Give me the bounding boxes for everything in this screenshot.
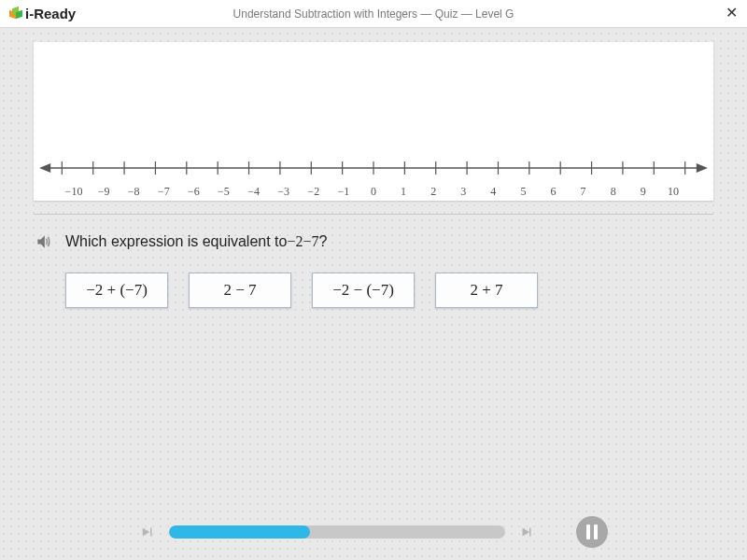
number-line-tick-label: 5 bbox=[509, 185, 537, 199]
number-line-tick-label: 10 bbox=[659, 185, 687, 199]
speaker-icon bbox=[35, 232, 53, 251]
answer-choice-a[interactable]: −2 + (−7) bbox=[65, 273, 168, 308]
number-line-tick-label: 0 bbox=[359, 185, 388, 199]
number-line-tick-label: −6 bbox=[179, 185, 207, 199]
number-line-card: −10−9−8−7−6−5−4−3−2−1012345678910 bbox=[34, 42, 713, 201]
number-line-tick-label: −7 bbox=[149, 185, 177, 199]
question-expression: −2−7 bbox=[287, 233, 318, 249]
divider bbox=[34, 214, 713, 215]
close-button[interactable]: ✕ bbox=[726, 6, 738, 21]
question-suffix: ? bbox=[319, 233, 328, 249]
number-line-tick-label: −9 bbox=[90, 185, 118, 199]
footer-bar bbox=[0, 504, 747, 560]
number-line-tick-label: −8 bbox=[120, 185, 148, 199]
brand-logo: i-Ready bbox=[9, 6, 76, 21]
answer-choice-c[interactable]: −2 − (−7) bbox=[312, 273, 415, 308]
answer-choice-d[interactable]: 2 + 7 bbox=[435, 273, 538, 308]
audio-button[interactable] bbox=[34, 231, 54, 252]
number-line-labels: −10−9−8−7−6−5−4−3−2−1012345678910 bbox=[34, 185, 713, 199]
number-line-tick-label: −5 bbox=[209, 185, 237, 199]
number-line-tick-label: −10 bbox=[60, 185, 88, 199]
answer-choice-b[interactable]: 2 − 7 bbox=[189, 273, 291, 308]
content-stage: −10−9−8−7−6−5−4−3−2−1012345678910 Which … bbox=[34, 42, 713, 308]
number-line-tick-label: −1 bbox=[330, 185, 358, 199]
number-line-tick-label: 6 bbox=[540, 185, 568, 199]
header-bar: i-Ready Understand Subtraction with Inte… bbox=[0, 0, 747, 28]
brand-text: i-Ready bbox=[25, 6, 76, 21]
number-line-tick-label: 7 bbox=[570, 185, 598, 199]
answer-choices: −2 + (−7) 2 − 7 −2 − (−7) 2 + 7 bbox=[65, 273, 713, 308]
number-line-tick-label: 8 bbox=[599, 185, 627, 199]
question-prefix: Which expression is equivalent to bbox=[65, 233, 287, 249]
number-line-tick-label: −3 bbox=[270, 185, 298, 199]
brand-cube-icon bbox=[9, 7, 22, 21]
question-text: Which expression is equivalent to−2−7? bbox=[65, 233, 327, 250]
progress-fill bbox=[169, 525, 310, 539]
skip-forward-button[interactable] bbox=[518, 524, 535, 540]
number-line-tick-label: 3 bbox=[449, 185, 477, 199]
lesson-title: Understand Subtraction with Integers — Q… bbox=[233, 7, 514, 21]
number-line-tick-label: −2 bbox=[300, 185, 328, 199]
skip-back-button[interactable] bbox=[139, 524, 156, 540]
number-line-tick-label: 4 bbox=[479, 185, 507, 199]
progress-bar[interactable] bbox=[169, 525, 505, 539]
number-line-tick-label: −4 bbox=[240, 185, 268, 199]
question-row: Which expression is equivalent to−2−7? bbox=[34, 231, 713, 252]
pause-button[interactable] bbox=[576, 516, 608, 548]
number-line bbox=[34, 156, 713, 184]
number-line-tick-label: 9 bbox=[629, 185, 657, 199]
number-line-tick-label: 2 bbox=[419, 185, 447, 199]
number-line-tick-label: 1 bbox=[389, 185, 417, 199]
